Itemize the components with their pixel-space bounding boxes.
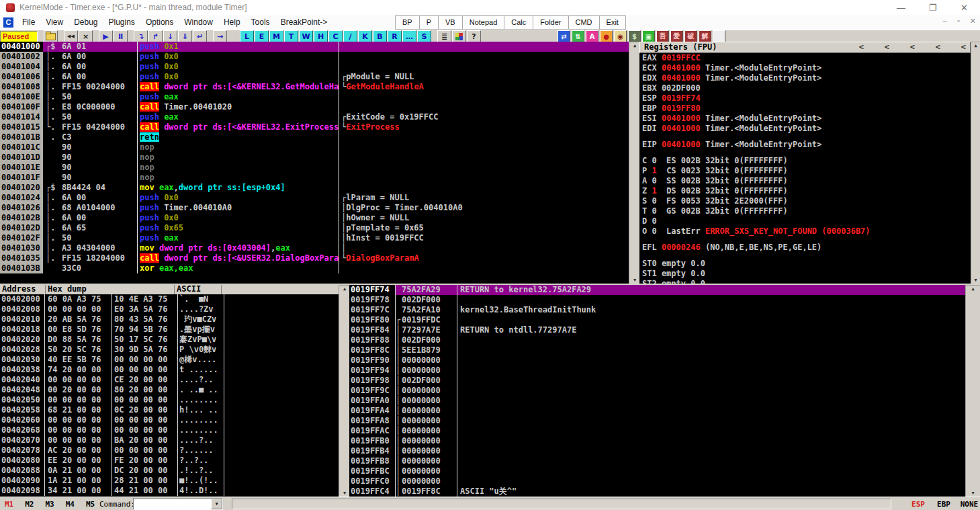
disassembly-pane[interactable]: 00401000┌$6A 01push 0x100401002│.6A 00pu… — [0, 42, 629, 284]
go-to-address-button[interactable]: → — [213, 30, 227, 42]
restart-button[interactable]: ◀◀ — [64, 30, 78, 42]
pane-button-e[interactable]: E — [255, 30, 269, 42]
stack-row[interactable]: 0019FF88│002DF000 — [349, 335, 965, 345]
stack-pane[interactable]: 0019FF7475A2FA29RETURN to kernel32.75A2F… — [349, 285, 965, 497]
pane-button-k[interactable]: K — [358, 30, 372, 42]
disasm-row[interactable]: 00401024│.6A 00push 0x0┌lParam = NULL — [0, 193, 629, 203]
plugin-blank-button[interactable] — [713, 30, 725, 42]
stack-row[interactable]: 0019FFB8│00000000 — [349, 456, 965, 466]
menu-item-breakpoint[interactable]: BreakPoint-> — [275, 17, 333, 27]
stack-row[interactable]: 0019FFBC│00000000 — [349, 466, 965, 476]
disasm-row[interactable]: 00401008│.FF15 00204000call dword ptr ds… — [0, 82, 629, 92]
stack-row[interactable]: 0019FFB4│00000000 — [349, 446, 965, 456]
help-button[interactable]: ? — [467, 30, 481, 42]
esp-label[interactable]: ESP — [905, 500, 931, 509]
close-icon[interactable]: ✕ — [948, 3, 980, 13]
register-row[interactable]: ESI 00401000 Timer.<ModuleEntryPoint> — [639, 114, 971, 124]
stack-row[interactable]: 0019FFC0│00000000 — [349, 476, 965, 486]
disasm-row[interactable]: 00401004│.6A 00push 0x0 — [0, 62, 629, 72]
scroll-up-icon[interactable]: ▲ — [343, 286, 346, 293]
dump-row[interactable]: 0040205000 00 00 0000 00 00 00........ — [0, 395, 339, 405]
plugin-target-button[interactable]: ◉ — [614, 30, 627, 42]
disasm-row[interactable]: 00401000┌$6A 01push 0x1 — [0, 42, 629, 52]
pane-button-t[interactable]: T — [284, 30, 298, 42]
register-row[interactable]: ST0 empty 0.0 — [639, 259, 971, 269]
mdi-restore-icon[interactable]: ▫ — [957, 17, 960, 26]
pane-button-h[interactable]: H — [314, 30, 328, 42]
pane-button-w[interactable]: W — [299, 30, 313, 42]
disasm-row[interactable]: 0040101F90nop — [0, 173, 629, 183]
plugin-money-button[interactable]: $ — [628, 30, 641, 42]
pane-button-l[interactable]: L — [240, 30, 254, 42]
pane-button-c[interactable]: C — [328, 30, 343, 42]
register-row[interactable]: EDI 00401000 Timer.<ModuleEntryPoint> — [639, 124, 971, 134]
dump-row[interactable]: 0040203040 EE 5B 7600 00 00 00@桸v.... — [0, 355, 339, 365]
dump-row[interactable]: 0040204800 20 00 0080 20 00 00. ..■ .. — [0, 385, 339, 395]
dump-row[interactable]: 0040201800 E8 5D 7670 94 5B 76.墨vp擺v — [0, 325, 339, 335]
disasm-row[interactable]: 00401020┌$8B4424 04mov eax,dword ptr ss:… — [0, 183, 629, 193]
menu-item-help[interactable]: Help — [218, 17, 246, 27]
plugin-swap-button[interactable]: ⇄ — [558, 30, 570, 42]
minimize-icon[interactable]: — — [885, 3, 917, 13]
register-row[interactable]: EDX 00401000 Timer.<ModuleEntryPoint> — [639, 73, 971, 83]
scroll-up-icon[interactable]: ▲ — [633, 42, 636, 50]
stack-row[interactable]: 0019FF7C75A2FA10kernel32.BaseThreadInitT… — [349, 305, 965, 315]
appearance-button[interactable] — [452, 30, 466, 42]
menu-item-options[interactable]: Options — [140, 17, 179, 27]
register-row[interactable] — [639, 134, 971, 140]
disasm-row[interactable]: 0040101B .C3retn — [0, 132, 629, 142]
memory-tab-m3[interactable]: M3 — [46, 500, 54, 509]
none-label[interactable]: NONE — [956, 500, 980, 509]
register-row[interactable]: S 0 FS 0053 32bit 2E2000(FFF) — [639, 196, 971, 206]
register-row[interactable]: EFL 00000246 (NO,NB,E,BE,NS,PE,GE,LE) — [639, 243, 971, 253]
collapse-chevron-icon[interactable]: < — [864, 42, 889, 52]
collapse-chevron-icon[interactable]: < — [915, 42, 940, 52]
plugin-window-button[interactable]: ▣ — [642, 30, 655, 42]
register-row[interactable] — [639, 253, 971, 259]
stack-row[interactable]: 0019FF90│00000000 — [349, 355, 965, 366]
pane-button-r[interactable]: R — [388, 30, 402, 42]
scroll-up-icon[interactable]: ▲ — [974, 42, 977, 50]
menu-item-file[interactable]: File — [17, 17, 40, 27]
register-row[interactable]: ST2 empty 0.0 — [639, 279, 971, 284]
disasm-row[interactable]: 00401002│.6A 00push 0x0 — [0, 52, 629, 62]
stack-row[interactable]: 0019FF98│002DF000 — [349, 376, 965, 386]
disasm-row[interactable]: 00401015└.FF15 04204000call dword ptr ds… — [0, 122, 629, 132]
register-row[interactable]: C 0 ES 002B 32bit 0(FFFFFFFF) — [639, 156, 971, 166]
pause-button[interactable]: Ⅱ — [114, 30, 128, 42]
pane-button-dots[interactable]: … — [402, 30, 416, 42]
menu-item-window[interactable]: Window — [179, 17, 218, 27]
dump-row[interactable]: 0040205868 21 00 000C 20 00 00h!... .. — [0, 405, 339, 415]
stack-row[interactable]: 0019FF9C│00000000 — [349, 386, 965, 396]
disasm-row[interactable]: 00401035│.FF15 18204000call dword ptr ds… — [0, 253, 629, 263]
disasm-row[interactable]: 0040101D90nop — [0, 153, 629, 163]
dump-row[interactable]: 0040200060 0A A3 7510 4E A3 75`. ■N — [0, 294, 339, 304]
plugin-updown-button[interactable]: ⇅ — [572, 30, 584, 42]
dump-row[interactable]: 0040206000 00 00 0000 00 00 00........ — [0, 415, 339, 425]
register-row[interactable]: EIP 00401000 Timer.<ModuleEntryPoint> — [639, 140, 971, 150]
dump-row[interactable]: 0040202850 20 5C 7630 9D 5A 76P \v0麳v — [0, 345, 339, 355]
stack-row[interactable]: 0019FF84│77297A7ERETURN to ntdll.77297A7… — [349, 325, 965, 335]
pane-button-s[interactable]: S — [417, 30, 431, 42]
collapse-chevron-icon[interactable]: < — [940, 42, 966, 52]
quick-button-p[interactable]: P — [419, 15, 439, 30]
quick-button-notepad[interactable]: Notepad — [462, 15, 505, 30]
disasm-row[interactable]: 00401006│.6A 00push 0x0┌pModule = NULL — [0, 72, 629, 82]
hex-dump-pane[interactable]: Address Hex dump ASCII 0040200060 0A A3 … — [0, 285, 339, 497]
pane-button-slash[interactable]: / — [343, 30, 357, 42]
dump-row[interactable]: 0040206800 00 00 0000 00 00 00........ — [0, 425, 339, 435]
quick-button-exit[interactable]: Exit — [599, 15, 626, 30]
registers-pane[interactable]: Registers (FPU) <<<<< EAX 0019FFCCECX 00… — [639, 42, 971, 284]
register-row[interactable] — [639, 237, 971, 243]
dump-row[interactable]: 00402080EE 20 00 00FE 20 00 00?..?.. — [0, 456, 339, 466]
plugin-jie-button[interactable]: 解 — [699, 30, 711, 42]
register-row[interactable]: D 0 — [639, 216, 971, 226]
menu-item-view[interactable]: View — [40, 17, 69, 27]
dump-row[interactable]: 00402078AC 20 00 0000 00 00 00?...... — [0, 445, 339, 456]
stack-row[interactable]: 0019FFA8│00000000 — [349, 416, 965, 426]
plugin-dot-button[interactable]: ● — [600, 30, 613, 42]
register-row[interactable]: ST1 empty 0.0 — [639, 269, 971, 279]
collapse-chevron-icon[interactable]: < — [889, 42, 915, 52]
disasm-row[interactable]: 00401030│.A3 04304000mov dword ptr ds:[0… — [0, 243, 629, 253]
stack-row[interactable]: 0019FF7475A2FA29RETURN to kernel32.75A2F… — [349, 285, 965, 295]
